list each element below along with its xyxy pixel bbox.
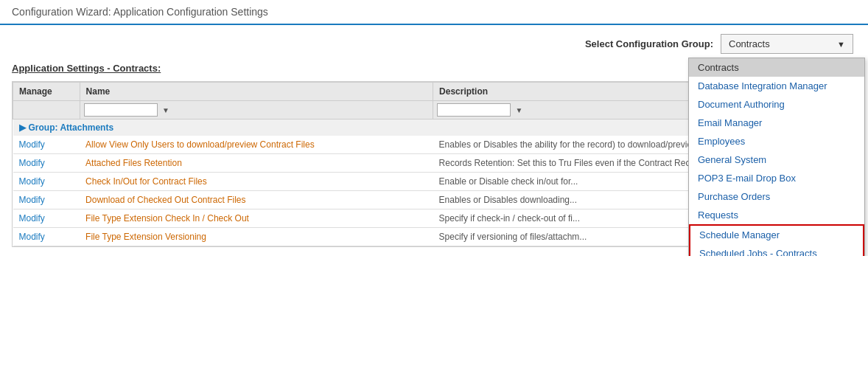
name-cell: Download of Checked Out Contract Files: [80, 191, 433, 209]
manage-cell: Modify: [13, 136, 80, 154]
main-content: Select Configuration Group: Contracts ▼ …: [0, 25, 868, 256]
col-manage: Manage: [13, 83, 80, 101]
item-name: Allow View Only Users to download/previe…: [85, 139, 315, 150]
filter-name-input[interactable]: [84, 103, 158, 117]
dropdown-item-employees[interactable]: Employees: [689, 132, 864, 150]
dropdown-arrow-icon: ▼: [837, 40, 845, 49]
filter-desc-input[interactable]: [437, 103, 511, 117]
dropdown-item-schedule-manager[interactable]: Schedule Manager: [689, 224, 864, 244]
dropdown-item-contracts[interactable]: Contracts: [689, 58, 864, 77]
filter-name-icon: ▼: [162, 106, 169, 114]
modify-link[interactable]: Modify: [19, 158, 45, 168]
item-name: File Type Extension Versioning: [85, 232, 206, 242]
page-header: Configuration Wizard: Application Config…: [0, 0, 868, 25]
modify-link[interactable]: Modify: [19, 195, 45, 205]
item-name: Check In/Out for Contract Files: [85, 176, 207, 187]
modify-link[interactable]: Modify: [19, 139, 45, 150]
page-title: Configuration Wizard: Application Config…: [12, 6, 268, 18]
dropdown-item-pop3-e-mail-drop-box[interactable]: POP3 E-mail Drop Box: [689, 169, 864, 187]
manage-cell: Modify: [13, 209, 80, 228]
modify-link[interactable]: Modify: [19, 232, 45, 242]
item-desc: Specify if check-in / check-out of fi...: [439, 213, 580, 224]
manage-cell: Modify: [13, 154, 80, 173]
group-name: Group: Attachments: [29, 122, 114, 133]
manage-cell: Modify: [13, 228, 80, 246]
dropdown-item-email-manager[interactable]: Email Manager: [689, 114, 864, 132]
item-desc: Enables or Disables downloading...: [439, 195, 577, 205]
item-name: Attached Files Retention: [85, 158, 182, 168]
dropdown-item-general-system[interactable]: General System: [689, 150, 864, 169]
dropdown-item-scheduled-jobs---contracts[interactable]: Scheduled Jobs - Contracts: [689, 244, 864, 256]
item-name: Download of Checked Out Contract Files: [85, 195, 245, 205]
config-group-dropdown[interactable]: Contracts ▼: [721, 34, 853, 54]
item-desc: Enable or Disable check in/out for...: [439, 176, 578, 187]
manage-cell: Modify: [13, 173, 80, 191]
item-desc: Records Retention: Set this to Tru Files…: [439, 158, 715, 168]
group-collapse-icon[interactable]: ▶: [19, 122, 26, 133]
dropdown-item-requests[interactable]: Requests: [689, 206, 864, 224]
name-cell: Attached Files Retention: [80, 154, 433, 173]
name-cell: Allow View Only Users to download/previe…: [80, 136, 433, 154]
dropdown-item-document-authoring[interactable]: Document Authoring: [689, 95, 864, 114]
item-desc: Enables or Disables the ability for the …: [439, 139, 713, 150]
name-cell: File Type Extension Versioning: [80, 228, 433, 246]
dropdown-selected-value: Contracts: [729, 38, 770, 49]
modify-link[interactable]: Modify: [19, 213, 45, 224]
col-name: Name: [80, 83, 433, 101]
name-cell: File Type Extension Check In / Check Out: [80, 209, 433, 228]
name-cell: Check In/Out for Contract Files: [80, 173, 433, 191]
filter-name-cell: ▼: [80, 101, 433, 119]
filter-desc-icon: ▼: [515, 106, 522, 114]
item-desc: Specify if versioning of files/attachm..…: [439, 232, 587, 242]
dropdown-item-purchase-orders[interactable]: Purchase Orders: [689, 187, 864, 206]
manage-cell: Modify: [13, 191, 80, 209]
modify-link[interactable]: Modify: [19, 176, 45, 187]
config-group-row: Select Configuration Group: Contracts ▼: [12, 34, 856, 54]
filter-manage-cell: [13, 101, 80, 119]
config-group-label: Select Configuration Group:: [585, 38, 713, 49]
config-group-dropdown-menu: ContractsDatabase Integration ManagerDoc…: [688, 58, 865, 256]
item-name: File Type Extension Check In / Check Out: [85, 213, 249, 224]
dropdown-item-database-integration-manager[interactable]: Database Integration Manager: [689, 77, 864, 95]
